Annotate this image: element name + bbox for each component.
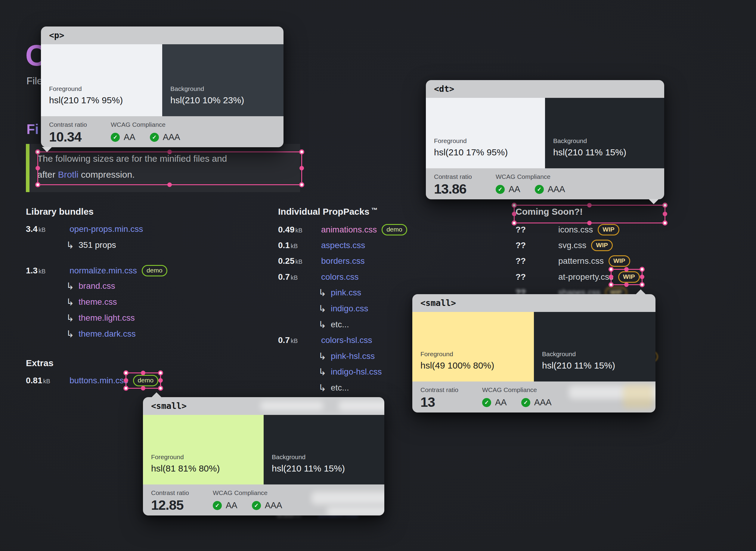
child-arrow-icon: ↳ — [318, 319, 326, 330]
file-link[interactable]: normalize.min.css — [70, 266, 137, 276]
file-link[interactable]: borders.css — [321, 256, 365, 266]
size-value: 1.3 — [26, 266, 38, 276]
frosted-ghost — [623, 385, 653, 409]
size-unit: kB — [291, 243, 298, 249]
selection-handle[interactable] — [624, 267, 629, 271]
background-value: hsl(210 11% 15%) — [553, 147, 664, 157]
element-tag: <p> — [49, 30, 64, 40]
selection-handle[interactable] — [609, 274, 613, 279]
ratio-label: Contrast ratio — [434, 173, 496, 180]
popup-swatches: Foreground hsl(81 81% 80%) Background hs… — [143, 415, 384, 484]
contrast-ratio: Contrast ratio 13 — [420, 386, 482, 413]
selected-badge-wrap: demo — [128, 375, 159, 386]
selection-handle[interactable] — [512, 212, 516, 216]
popup-footer: Contrast ratio 12.85 WCAG Compliance ✓AA… — [143, 484, 384, 515]
child-file-link[interactable]: theme.light.css — [79, 313, 135, 323]
foreground-value: hsl(210 17% 95%) — [49, 95, 162, 105]
child-row: ↳ pink-hsl.css — [278, 348, 375, 364]
child-file-link[interactable]: brand.css — [79, 281, 115, 291]
selection-handle[interactable] — [640, 282, 645, 287]
quote-block: The following sizes are for the minified… — [26, 144, 300, 192]
wcag-aa: ✓AA — [482, 398, 507, 407]
check-icon: ✓ — [535, 185, 544, 194]
file-link[interactable]: animations.css — [321, 225, 377, 234]
selection-handle[interactable] — [587, 221, 592, 225]
element-tag: <small> — [151, 401, 187, 411]
foreground-swatch: Foreground hsl(81 81% 80%) — [143, 415, 264, 484]
selection-handle[interactable] — [35, 182, 40, 187]
child-file-link[interactable]: theme.dark.css — [79, 329, 136, 339]
ratio-value: 10.34 — [49, 129, 111, 145]
file-link[interactable]: colors.css — [321, 272, 358, 282]
selection-handle[interactable] — [624, 283, 629, 287]
selection-handle[interactable] — [158, 370, 163, 376]
selection-handle[interactable] — [587, 203, 592, 207]
child-file-link[interactable]: theme.css — [79, 297, 117, 307]
selection-handle[interactable] — [640, 267, 645, 272]
child-arrow-icon: ↳ — [318, 382, 326, 394]
popup-header: <small> — [412, 294, 655, 312]
child-file-link[interactable]: pink-hsl.css — [331, 351, 375, 361]
check-icon: ✓ — [521, 398, 530, 407]
size-value: 0.7 — [278, 336, 290, 345]
selection-handle[interactable] — [36, 166, 40, 170]
wcag-aaa-label: AAA — [163, 132, 180, 142]
selection-handle[interactable] — [662, 220, 668, 225]
file-link[interactable]: open-props.min.css — [70, 224, 143, 234]
selection-handle[interactable] — [167, 150, 172, 154]
file-size: 0.81kB — [26, 376, 70, 385]
selection-handle[interactable] — [124, 378, 128, 383]
child-file-link[interactable]: indigo.css — [331, 304, 368, 314]
file-size: 0.7kB — [278, 336, 321, 345]
child-file-link[interactable]: indigo-hsl.css — [331, 367, 382, 377]
selection-handle[interactable] — [299, 149, 304, 154]
byline-fragment: File — [26, 75, 42, 87]
selection-box-heading — [514, 205, 665, 223]
selection-handle[interactable] — [141, 371, 145, 375]
selection-handle[interactable] — [158, 378, 163, 383]
file-link[interactable]: colors-hsl.css — [321, 336, 372, 345]
demo-badge: demo — [382, 224, 407, 235]
child-row: ↳ theme.dark.css — [26, 326, 136, 342]
child-row: ↳ 351 props — [26, 237, 116, 253]
popup-tail — [649, 199, 659, 204]
selection-handle[interactable] — [167, 182, 172, 187]
selection-handle[interactable] — [299, 182, 304, 187]
file-link[interactable]: aspects.css — [321, 240, 365, 250]
wcag-aaa: ✓AAA — [252, 500, 282, 510]
selection-handle[interactable] — [640, 274, 644, 279]
file-size: 0.1kB — [278, 240, 321, 250]
child-label: etc... — [331, 383, 349, 393]
file-link[interactable]: buttons.min.css — [70, 376, 128, 385]
file-label: icons.css — [558, 225, 593, 234]
foreground-value: hsl(49 100% 80%) — [420, 361, 534, 371]
wcag-label: WCAG Compliance — [496, 173, 565, 180]
selection-handle[interactable] — [609, 267, 614, 272]
selection-handle[interactable] — [299, 166, 304, 170]
selection-handle[interactable] — [35, 149, 40, 154]
selection-handle[interactable] — [123, 370, 129, 376]
file-row: ?? at-property.css WIP — [516, 269, 640, 285]
size-unit: kB — [43, 378, 50, 385]
contrast-ratio: Contrast ratio 13.86 — [434, 173, 496, 199]
child-row: ↳ brand.css — [26, 278, 115, 294]
selection-handle[interactable] — [663, 212, 667, 216]
child-row: ↳ pink.css — [278, 285, 361, 301]
selection-handle[interactable] — [512, 203, 517, 208]
selection-handle[interactable] — [123, 386, 129, 391]
wcag-compliance: WCAG Compliance ✓AA ✓AAA — [496, 173, 565, 199]
contrast-popup-small-yellow: <small> Foreground hsl(49 100% 80%) Back… — [412, 294, 655, 413]
selection-handle[interactable] — [609, 282, 614, 287]
selection-handle[interactable] — [512, 220, 517, 225]
foreground-label: Foreground — [420, 351, 534, 358]
frosted-ghost — [311, 492, 384, 504]
size-unit: kB — [291, 338, 298, 345]
size-unit: kB — [39, 226, 45, 233]
selection-handle[interactable] — [158, 386, 163, 391]
file-row: 0.7kB colors.css — [278, 269, 358, 285]
size-value: 0.7 — [278, 272, 290, 282]
selection-handle[interactable] — [141, 386, 145, 391]
selection-handle[interactable] — [662, 203, 668, 208]
file-label: at-property.css — [558, 272, 613, 282]
child-file-link[interactable]: pink.css — [331, 288, 361, 298]
